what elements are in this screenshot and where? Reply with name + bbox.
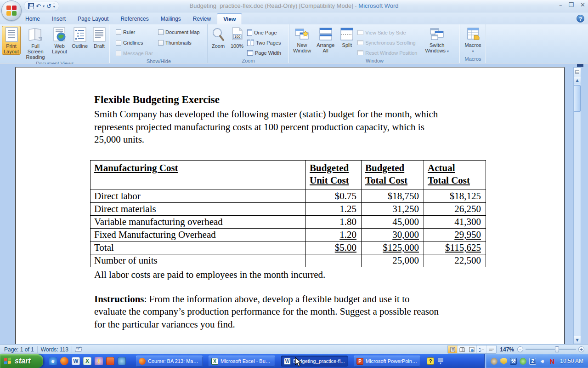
ribbon-tab-row: Home Insert Page Layout References Maili… [0,12,588,24]
zoom-100-button[interactable]: 100 100% [228,26,246,49]
quick-launch-ie-globe-icon[interactable] [118,357,126,365]
quick-launch-capture-icon[interactable] [106,357,114,365]
svg-text:100: 100 [234,35,240,39]
minimize-button[interactable]: – [559,2,562,8]
ruler-checkbox[interactable]: Ruler [116,27,158,37]
macros-button[interactable]: Macros▾ [463,26,483,55]
start-button[interactable]: start [0,354,43,368]
checkbox-icon[interactable] [158,29,164,35]
taskbar-window-word-active[interactable]: W Budgeting_practice-fl... [281,356,348,367]
arrange-all-button[interactable]: Arrange All [315,26,336,54]
tab-insert[interactable]: Insert [46,13,72,24]
col-header-budgeted-total-cost: BudgetedTotal Cost [362,160,424,190]
full-screen-reading-view-button[interactable] [458,345,467,353]
checkbox-icon[interactable] [116,29,121,35]
excel-icon: X [211,358,218,365]
quick-launch-word-icon[interactable]: W [72,357,80,365]
split-handle[interactable] [577,64,583,67]
draft-button[interactable]: Draft [90,26,108,49]
split-button[interactable]: Split [338,26,356,48]
scroll-up-button[interactable]: ▲ [574,76,581,84]
firefox-icon [139,358,146,365]
office-button[interactable] [1,0,22,21]
two-pages-button[interactable]: Two Pages [247,38,281,47]
switch-windows-button[interactable]: Switch Windows ▾ [423,26,451,55]
restore-button[interactable]: ❒ [568,2,574,8]
taskbar-window-powerpoint[interactable]: P Microsoft PowerPoint ... [354,356,420,367]
tray-green-app-icon[interactable] [520,358,526,365]
thumbnails-checkbox[interactable]: Thumbnails [158,38,200,47]
outline-button[interactable]: Outline [70,26,90,49]
table-row: Direct materials 1.25 31,250 26,250 [90,202,486,215]
help-icon[interactable]: ? [577,15,584,23]
scrollbar-thumb[interactable] [574,85,581,112]
tab-mailings[interactable]: Mailings [155,13,187,24]
quick-launch-excel-icon[interactable]: X [83,357,91,365]
status-bar: Page: 1 of 1 Words: 113 ✓ 147% – [0,344,588,354]
group-label-window: Window [289,58,460,64]
group-label-macros: Macros [460,56,486,63]
quick-launch-key-icon[interactable]: ⚷ [95,357,103,365]
tab-view[interactable]: View [217,13,242,24]
word-count[interactable]: Words: 113 [41,346,68,353]
tray-volume-icon[interactable]: 🔊︎ [539,358,546,365]
zoom-button[interactable]: Zoom [209,26,227,49]
vertical-scrollbar[interactable]: ▲ ▼ [573,67,581,344]
zoom-level[interactable]: 147% [500,346,514,353]
tray-shield-icon[interactable] [500,358,507,365]
tray-app1-icon[interactable] [491,358,498,365]
zoom-in-button[interactable]: + [578,346,584,352]
tab-review[interactable]: Review [187,13,217,24]
document-note: All labor costs are paid to employees in… [94,269,503,281]
web-layout-view-button[interactable] [467,345,477,353]
zoom-slider-handle[interactable] [555,346,559,352]
tab-page-layout[interactable]: Page Layout [72,13,114,24]
system-tray: ⚒ Z 🔊︎ N 10:50 AM [484,354,588,368]
quick-launch-firefox-icon[interactable] [60,357,68,365]
print-layout-button[interactable]: Print Layout [2,26,21,55]
document-area: Flexible Budgeting Exercise Smith Compan… [0,64,588,344]
draft-view-button[interactable] [486,345,496,353]
checkbox-icon [116,51,121,56]
proofing-status-icon[interactable]: ✓ [75,346,82,352]
document-page[interactable]: Flexible Budgeting Exercise Smith Compan… [15,67,565,344]
col-header-budgeted-unit-cost: BudgetedUnit Cost [306,160,362,190]
checkbox-icon[interactable] [158,40,164,46]
windows-logo-icon [4,357,12,365]
print-layout-view-button[interactable] [448,345,458,353]
help-notification-icon[interactable]: ? [427,357,434,365]
taskbar-window-excel[interactable]: X Microsoft Excel - Bud... [209,356,275,367]
zoom-out-button[interactable]: – [517,346,523,352]
web-layout-button[interactable]: Web Layout [50,26,69,55]
table-row: Fixed Manufacturing Overhead 1.20 30,000… [90,228,486,241]
outline-icon [73,27,87,42]
one-page-button[interactable]: One Page [247,28,281,37]
table-row: Direct labor $0.75 $18,750 $18,125 [90,190,486,202]
table-row: Variable manufacturing overhead 1.80 45,… [90,215,486,228]
taskbar-window-firefox[interactable]: Course: BA 213: Man... [136,356,203,367]
page-indicator[interactable]: Page: 1 of 1 [4,346,34,353]
close-button[interactable]: ✕ [580,2,585,8]
tray-novell-icon[interactable]: N [548,358,555,365]
budget-table: Manufacturing Cost BudgetedUnit Cost Bud… [90,160,486,267]
scroll-down-button[interactable]: ▼ [574,336,581,344]
document-map-checkbox[interactable]: Document Map [158,27,200,37]
gridlines-checkbox[interactable]: Gridlines [116,38,158,47]
quick-launch-ie-icon[interactable]: e [49,357,57,365]
language-bar[interactable]: ▾ [438,358,443,365]
group-window: New Window Arrange All Split Vie [289,24,460,63]
view-ruler-toggle[interactable] [574,68,581,76]
tray-tools-icon[interactable]: ⚒ [510,358,517,365]
checkbox-icon[interactable] [116,40,121,46]
full-screen-reading-button[interactable]: Full Screen Reading [22,26,49,60]
window-title: Budgeting_practice-flex.doc (Read-Only) … [0,2,588,9]
tab-home[interactable]: Home [19,13,46,24]
page-width-button[interactable]: Page Width [247,48,281,58]
new-window-button[interactable]: New Window [291,26,313,54]
group-document-views: Print Layout Full Screen Reading Web Lay… [0,24,110,63]
outline-view-button[interactable] [477,345,486,353]
tab-references[interactable]: References [114,13,154,24]
tray-zinio-icon[interactable]: Z [529,358,536,365]
clock[interactable]: 10:50 AM [560,358,583,364]
zoom-slider-track[interactable] [526,349,576,350]
